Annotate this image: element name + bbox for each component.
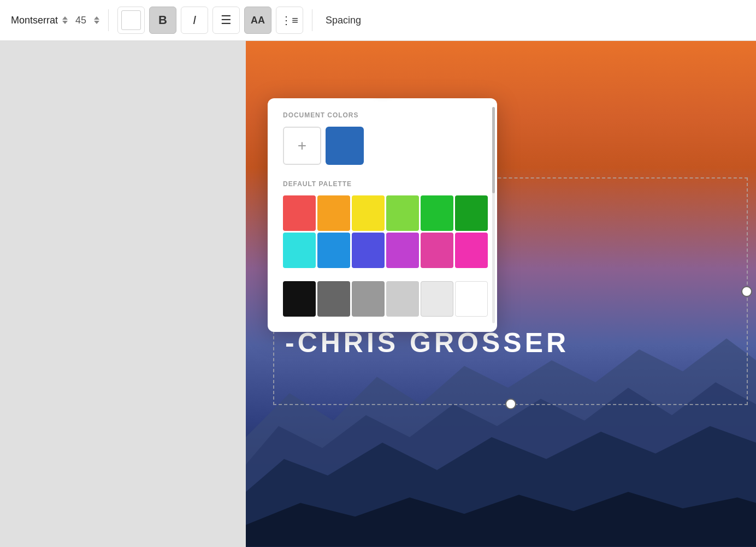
grey-row (283, 281, 482, 317)
palette-orange[interactable] (317, 195, 350, 231)
toolbar: Montserrat 45 B I ☰ AA ⋮≡ Spacing (0, 0, 756, 41)
palette-green[interactable] (421, 195, 453, 231)
grey-dark[interactable] (317, 281, 350, 317)
resize-handle-right[interactable] (741, 286, 752, 297)
resize-handle-bottom[interactable] (505, 399, 516, 409)
align-icon: ☰ (221, 13, 232, 27)
text-size-icon: AA (251, 15, 265, 26)
font-name-stepper[interactable] (62, 16, 68, 24)
font-size-stepper[interactable] (94, 16, 99, 24)
scrollbar-track (492, 107, 495, 323)
doc-color-blue[interactable] (326, 127, 364, 165)
palette-purple[interactable] (386, 233, 419, 268)
font-size-label: 45 (75, 15, 86, 26)
italic-icon: I (193, 13, 196, 27)
spacing-label: Spacing (326, 15, 361, 26)
palette-blue[interactable] (317, 233, 350, 268)
divider-1 (108, 9, 109, 31)
palette-row-2 (283, 233, 482, 268)
palette-yellow[interactable] (352, 195, 385, 231)
bold-button[interactable]: B (149, 7, 176, 34)
document-colors-row: + (283, 127, 482, 165)
color-swatch-button[interactable] (117, 7, 145, 34)
document-colors-label: DOCUMENT COLORS (283, 111, 482, 119)
italic-button[interactable]: I (181, 7, 208, 34)
palette-hot-pink[interactable] (455, 233, 488, 268)
text-attribution: -CHRIS GROSSER (285, 327, 736, 359)
bold-icon: B (158, 13, 167, 27)
canvas-area: NITIES PPEN. E THEM. -CHRIS GROSSER DOCU… (0, 41, 756, 547)
grey-white[interactable] (455, 281, 488, 317)
palette-cyan[interactable] (283, 233, 316, 268)
grey-mid[interactable] (352, 281, 385, 317)
grey-black[interactable] (283, 281, 316, 317)
default-palette-label: DEFAULT PALETTE (283, 180, 482, 188)
palette-pink[interactable] (421, 233, 453, 268)
add-color-button[interactable]: + (283, 127, 321, 165)
color-picker-popup: DOCUMENT COLORS + DEFAULT PALETTE (268, 98, 497, 332)
grey-lighter[interactable] (421, 281, 453, 317)
palette-dark-green[interactable] (455, 195, 488, 231)
popup-content: DOCUMENT COLORS + DEFAULT PALETTE (268, 98, 497, 332)
scrollbar-thumb[interactable] (492, 107, 495, 193)
color-swatch-inner (121, 10, 141, 30)
align-button[interactable]: ☰ (212, 7, 240, 34)
font-name-label: Montserrat (11, 15, 58, 26)
text-size-button[interactable]: AA (244, 7, 271, 34)
list-button[interactable]: ⋮≡ (276, 7, 303, 34)
left-panel (0, 41, 246, 547)
palette-red[interactable] (283, 195, 316, 231)
palette-row-1 (283, 195, 482, 231)
list-icon: ⋮≡ (281, 14, 298, 27)
grey-light[interactable] (386, 281, 419, 317)
divider-2 (312, 9, 312, 31)
palette-lime[interactable] (386, 195, 419, 231)
palette-indigo[interactable] (352, 233, 385, 268)
